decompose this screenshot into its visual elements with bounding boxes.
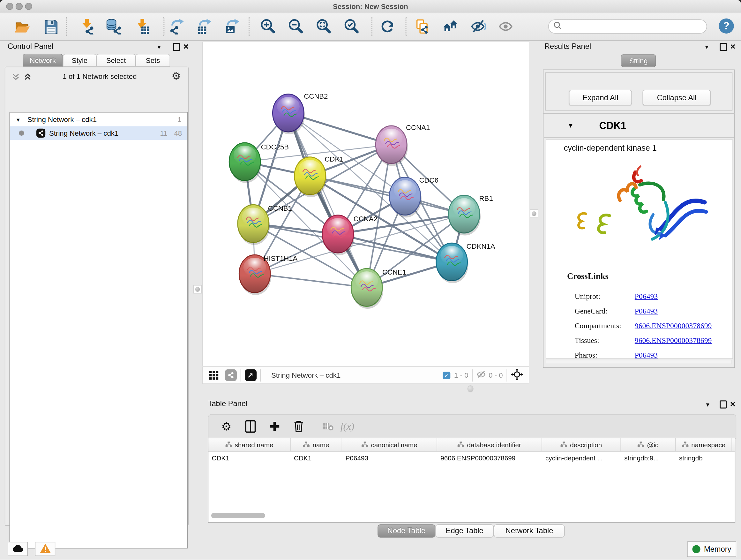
column-header-description[interactable]: description <box>542 438 621 451</box>
table-panel-float-icon[interactable] <box>720 400 727 410</box>
warnings-button[interactable] <box>35 542 56 556</box>
tab-network-table[interactable]: Network Table <box>494 524 564 537</box>
eye-slash-icon <box>472 20 485 32</box>
table-cell: CDK1 <box>208 452 291 464</box>
add-column-icon[interactable] <box>266 419 283 435</box>
results-panel-close-icon[interactable]: × <box>730 44 735 50</box>
horizontal-splitter-handle[interactable] <box>468 385 474 392</box>
delete-column-trash-icon[interactable] <box>290 419 307 435</box>
gene-section-header[interactable]: ▼ CDK1 <box>544 114 734 138</box>
node-label-CCNB1: CCNB1 <box>268 204 292 212</box>
crosslink-uniprot-link[interactable]: P06493 <box>635 292 658 301</box>
tab-style[interactable]: Style <box>63 54 96 67</box>
memory-button[interactable]: Memory <box>687 542 736 557</box>
zoom-in-button[interactable] <box>259 16 277 37</box>
network-node-HIST1H1A[interactable]: HIST1H1A <box>239 254 297 295</box>
table-cell: stringdb:9... <box>621 452 676 464</box>
gene-expander-icon[interactable]: ▼ <box>568 122 574 129</box>
gene-details-scrollbar[interactable] <box>546 360 732 364</box>
network-node-CCNB2[interactable]: CCNB2 <box>273 92 328 134</box>
first-neighbors-button[interactable] <box>441 16 460 37</box>
table-panel-menu-icon[interactable]: ▾ <box>706 401 709 408</box>
duplicate-network-icon <box>417 20 428 34</box>
control-panel-close-icon[interactable]: × <box>184 44 189 50</box>
network-node-RB1[interactable]: RB1 <box>448 194 493 235</box>
help-button[interactable]: ? <box>719 18 734 34</box>
crosslink-tissues-link[interactable]: 9606.ENSP00000378699 <box>635 336 712 345</box>
network-node-CDC6[interactable]: CDC6 <box>389 176 439 218</box>
network-node-CDKN1A[interactable]: CDKN1A <box>436 242 495 283</box>
string-share-icon[interactable] <box>225 369 237 381</box>
collection-expander-icon[interactable]: ▼ <box>16 117 21 122</box>
zoom-out-button[interactable] <box>286 16 305 37</box>
export-network-button[interactable] <box>166 16 185 37</box>
table-horizontal-scrollbar[interactable] <box>211 513 265 518</box>
import-network-file-button[interactable] <box>77 16 96 37</box>
column-header-sharedname[interactable]: shared name <box>208 438 291 451</box>
import-table-button[interactable] <box>132 16 151 37</box>
table-options-gear-icon[interactable]: ⚙ <box>218 419 235 435</box>
tab-network[interactable]: Network <box>23 54 63 67</box>
collapse-all-button[interactable]: Collapse All <box>643 90 711 105</box>
results-panel-title: Results Panel <box>544 42 591 51</box>
control-panel-menu-icon[interactable]: ▾ <box>157 44 160 50</box>
refresh-layout-button[interactable] <box>378 16 397 37</box>
table-row[interactable]: CDK1CDK1P064939606.ENSP00000378699cyclin… <box>208 452 735 464</box>
export-network-icon <box>171 19 184 35</box>
show-panels-button[interactable] <box>496 16 515 37</box>
memory-label: Memory <box>704 545 731 554</box>
crosslink-label: Pharos: <box>575 351 597 360</box>
network-status-dot <box>19 131 24 136</box>
selected-nodes-checkbox[interactable]: ✓ <box>443 371 451 379</box>
hide-panels-button[interactable] <box>469 16 488 37</box>
results-panel-float-icon[interactable] <box>720 43 727 53</box>
tab-select[interactable]: Select <box>96 54 136 67</box>
open-session-button[interactable] <box>12 16 31 37</box>
network-node-CCNE1[interactable]: CCNE1 <box>351 268 406 309</box>
node-label-CCNA1: CCNA1 <box>406 124 430 132</box>
export-image-button[interactable] <box>222 16 241 37</box>
grid-view-icon[interactable] <box>209 371 218 380</box>
left-splitter-handle[interactable] <box>193 285 202 294</box>
import-network-database-button[interactable] <box>104 16 123 37</box>
fit-content-crosshair-icon[interactable] <box>511 368 523 382</box>
export-table-button[interactable] <box>194 16 212 37</box>
open-in-browser-icon[interactable] <box>245 369 257 381</box>
crosslink-pharos-link[interactable]: P06493 <box>635 351 658 360</box>
tab-sets[interactable]: Sets <box>136 54 170 67</box>
network-node-CCNA1[interactable]: CCNA1 <box>376 124 430 166</box>
column-header-name[interactable]: name <box>291 438 342 451</box>
search-input[interactable] <box>548 19 707 34</box>
warning-icon <box>40 543 51 555</box>
column-header-id[interactable]: @id <box>621 438 676 451</box>
collapse-all-icon[interactable] <box>12 73 20 83</box>
crosslink-compartments-link[interactable]: 9606.ENSP00000378699 <box>635 321 712 330</box>
column-header-databaseidentifier[interactable]: database identifier <box>437 438 542 451</box>
duplicate-network-button[interactable] <box>413 16 431 37</box>
window-title: Session: New Session <box>0 2 741 10</box>
column-header-canonicalname[interactable]: canonical name <box>342 438 437 451</box>
network-options-gear-icon[interactable]: ⚙ <box>172 70 181 82</box>
results-panel-menu-icon[interactable]: ▾ <box>705 44 708 50</box>
expand-all-icon[interactable] <box>23 73 31 83</box>
zoom-selected-button[interactable] <box>342 16 361 37</box>
save-session-button[interactable] <box>41 16 60 37</box>
tab-node-table[interactable]: Node Table <box>378 524 435 537</box>
network-node-CCNB1[interactable]: CCNB1 <box>238 204 292 245</box>
network-collection-row[interactable]: ▼ String Network – cdk1 1 <box>10 112 187 126</box>
homes-icon <box>443 20 457 31</box>
network-row-selected[interactable]: String Network – cdk1 11 48 <box>10 126 187 140</box>
network-node-CCNA2[interactable]: CCNA2 <box>322 215 378 255</box>
column-header-namespace[interactable]: namespace <box>676 438 732 451</box>
expand-all-button[interactable]: Expand All <box>569 90 632 105</box>
control-panel-title: Control Panel <box>8 42 54 51</box>
crosslink-genecard-link[interactable]: P06493 <box>635 307 658 315</box>
show-columns-icon[interactable] <box>242 419 259 435</box>
network-canvas[interactable]: CCNB2 CCNA1 CDC25B CDK1 CDC6 RB1 <box>202 42 529 366</box>
tab-edge-table[interactable]: Edge Table <box>435 524 494 537</box>
table-panel-close-icon[interactable]: × <box>730 401 735 408</box>
control-panel-float-icon[interactable] <box>173 43 180 53</box>
tab-string[interactable]: String <box>621 54 656 67</box>
cloud-status-button[interactable] <box>8 542 28 556</box>
zoom-fit-button[interactable] <box>314 16 333 37</box>
